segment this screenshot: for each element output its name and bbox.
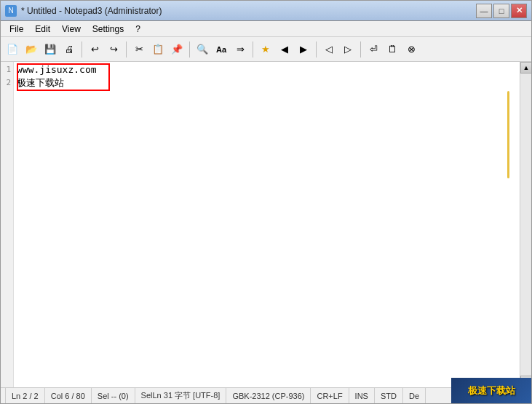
bookmark-prev-button[interactable]: ◀ <box>276 41 293 58</box>
content-area: 1 2 www.jisuxz.com 极速下载站 ▲ ▼ <box>1 62 531 387</box>
editor[interactable]: www.jisuxz.com 极速下载站 <box>14 62 520 387</box>
bookmark-next-button[interactable]: ▶ <box>295 41 312 58</box>
copy-button[interactable]: 📋 <box>149 41 167 58</box>
status-bar: Ln 2 / 2 Col 6 / 80 Sel -- (0) SelLn 31 … <box>1 387 531 403</box>
status-ln: Ln 2 / 2 <box>5 388 45 403</box>
watermark-text: 极速下载站 <box>468 384 515 397</box>
separator-3 <box>189 41 190 58</box>
separator-4 <box>253 41 253 58</box>
separator-6 <box>360 41 361 58</box>
status-mode: INS <box>349 388 375 403</box>
status-std: STD <box>375 388 403 403</box>
search-fwd-button[interactable]: ▷ <box>339 41 357 58</box>
menu-file[interactable]: File <box>4 23 29 36</box>
bookmark-button[interactable]: ★ <box>257 41 274 58</box>
watermark: 极速下载站 <box>451 378 531 403</box>
status-col: Col 6 / 80 <box>45 388 92 403</box>
editor-line-1: www.jisuxz.com <box>17 63 517 76</box>
status-selln: SelLn 31 字节 [UTF-8] <box>135 388 227 403</box>
schema-button[interactable]: 🗒 <box>384 41 401 58</box>
paste-button[interactable]: 📌 <box>168 41 186 58</box>
menu-bar: File Edit View Settings ? <box>1 21 531 37</box>
title-bar: N * Untitled - Notepad3 (Administrator) … <box>1 1 531 21</box>
findreplace-button[interactable]: Aa <box>213 41 230 58</box>
menu-help[interactable]: ? <box>130 23 146 36</box>
vertical-scrollbar[interactable]: ▲ ▼ <box>520 62 531 387</box>
new-button[interactable]: 📄 <box>4 41 21 58</box>
menu-edit[interactable]: Edit <box>29 23 56 36</box>
save-button[interactable]: 💾 <box>41 41 59 58</box>
status-lineend: CR+LF <box>311 388 349 403</box>
status-encoding: GBK-2312 (CP-936) <box>226 388 311 403</box>
print-button[interactable]: 🖨 <box>60 41 78 58</box>
separator-1 <box>82 41 82 58</box>
line-num-2: 2 <box>1 76 13 90</box>
menu-view[interactable]: View <box>56 23 87 36</box>
editor-line-2: 极速下载站 <box>17 76 517 90</box>
line-numbers: 1 2 <box>1 62 14 387</box>
open-button[interactable]: 📂 <box>23 41 40 58</box>
search-back-button[interactable]: ◁ <box>320 41 338 58</box>
window-controls: — □ ✕ <box>476 4 527 18</box>
separator-5 <box>316 41 317 58</box>
scroll-position-marker <box>507 91 509 178</box>
main-window: N * Untitled - Notepad3 (Administrator) … <box>0 0 532 404</box>
redo-button[interactable]: ↪ <box>105 41 122 58</box>
maximize-button[interactable]: □ <box>493 4 509 18</box>
close-document-button[interactable]: ⊗ <box>402 41 420 58</box>
minimize-button[interactable]: — <box>476 4 492 18</box>
find-button[interactable]: 🔍 <box>194 41 211 58</box>
title-bar-left: N * Untitled - Notepad3 (Administrator) <box>5 5 162 17</box>
editor-content[interactable]: www.jisuxz.com 极速下载站 <box>14 62 520 91</box>
line-num-1: 1 <box>1 63 13 76</box>
cut-button[interactable]: ✂ <box>130 41 148 58</box>
menu-settings[interactable]: Settings <box>87 23 130 36</box>
separator-2 <box>126 41 127 58</box>
status-extra: De <box>403 388 426 403</box>
scroll-up-button[interactable]: ▲ <box>520 62 531 74</box>
window-title: * Untitled - Notepad3 (Administrator) <box>21 6 162 16</box>
goto-button[interactable]: ⇒ <box>231 41 249 58</box>
wordwrap-button[interactable]: ⏎ <box>365 41 382 58</box>
status-sel: Sel -- (0) <box>92 388 135 403</box>
line-2-text: 极速下载站 <box>17 76 64 90</box>
undo-button[interactable]: ↩ <box>86 41 103 58</box>
line-1-text: www.jisuxz.com <box>17 63 97 76</box>
close-button[interactable]: ✕ <box>511 4 527 18</box>
toolbar: 📄 📂 💾 🖨 ↩ ↪ ✂ 📋 📌 🔍 Aa ⇒ ★ ◀ ▶ ◁ ▷ ⏎ 🗒 ⊗ <box>1 37 531 62</box>
scroll-track[interactable] <box>520 74 531 376</box>
app-icon: N <box>5 5 17 17</box>
